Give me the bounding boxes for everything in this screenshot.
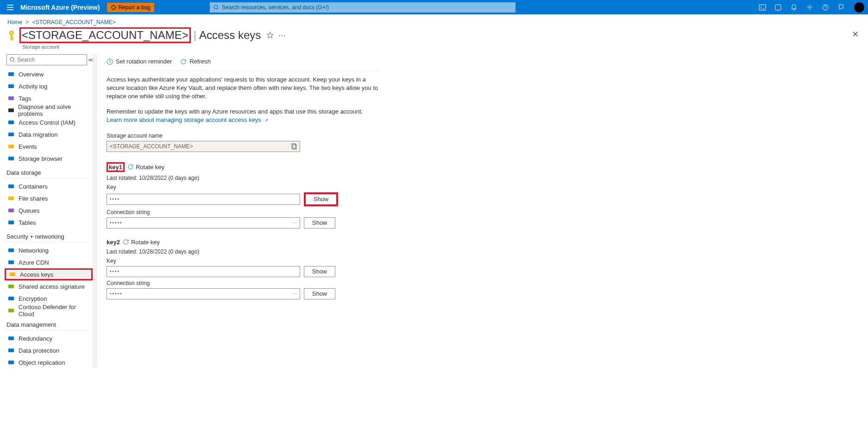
refresh-button[interactable]: Refresh xyxy=(180,58,211,65)
svg-rect-31 xyxy=(8,336,14,340)
svg-rect-10 xyxy=(11,38,14,38)
defender-icon xyxy=(7,307,15,314)
containers-icon xyxy=(7,183,15,190)
svg-rect-28 xyxy=(8,285,14,288)
sidebar-item-label: File shares xyxy=(19,195,48,202)
key2-key-field: •••• xyxy=(107,266,300,277)
set-rotation-reminder-button[interactable]: Set rotation reminder xyxy=(107,58,172,65)
svg-rect-26 xyxy=(8,260,14,264)
svg-rect-23 xyxy=(8,209,14,212)
key2-key-masked: •••• xyxy=(110,269,120,274)
key1-key-show-button[interactable]: Show xyxy=(304,192,338,206)
brand-label[interactable]: Microsoft Azure (Preview) xyxy=(20,4,100,11)
help-icon[interactable] xyxy=(822,4,829,11)
sidebar-item-overview[interactable]: Overview xyxy=(6,68,93,80)
svg-rect-24 xyxy=(8,221,14,224)
global-search[interactable] xyxy=(210,2,516,13)
breadcrumb-home[interactable]: Home xyxy=(7,19,22,25)
global-search-input[interactable] xyxy=(222,4,512,11)
svg-rect-32 xyxy=(8,349,14,352)
sidebar-item-access-keys[interactable]: Access keys xyxy=(5,268,93,280)
page-title: <STORAGE_ACCOUNT_NAME> xyxy=(22,29,189,42)
more-icon[interactable]: ⋯ xyxy=(292,291,297,296)
sidebar-item-access-control-iam-[interactable]: Access Control (IAM) xyxy=(6,116,93,128)
settings-icon[interactable] xyxy=(806,4,813,11)
sidebar-item-activity-log[interactable]: Activity log xyxy=(6,80,93,92)
sidebar-search[interactable] xyxy=(6,54,87,65)
sidebar-item-queues[interactable]: Queues xyxy=(6,204,93,216)
key1-conn-field: ••••• ⋯ xyxy=(107,217,300,228)
sidebar-scrollbar[interactable] xyxy=(93,54,97,368)
sidebar-item-events[interactable]: Events xyxy=(6,140,93,152)
key2-rotate-button[interactable]: Rotate key xyxy=(123,239,160,246)
key2-section: key2 Rotate key Last rotated: 10/28/2022… xyxy=(107,239,868,299)
sidebar-item-file-shares[interactable]: File shares xyxy=(6,192,93,204)
svg-rect-33 xyxy=(8,361,14,364)
sidebar-item-label: Tables xyxy=(19,219,36,226)
sidebar-item-label: Shared access signature xyxy=(19,283,85,290)
key2-conn-show-button[interactable]: Show xyxy=(304,288,335,299)
user-avatar[interactable] xyxy=(854,2,864,13)
hamburger-menu-icon[interactable] xyxy=(4,5,17,10)
sidebar-search-input[interactable] xyxy=(17,57,84,63)
report-bug-button[interactable]: Report a bug xyxy=(107,3,154,12)
sidebar-item-data-migration[interactable]: Data migration xyxy=(6,128,93,140)
key2-conn-label: Connection string xyxy=(107,280,868,286)
svg-point-1 xyxy=(214,5,218,9)
sidebar-item-azure-cdn[interactable]: Azure CDN xyxy=(6,256,93,268)
redundancy-icon xyxy=(7,335,15,342)
sidebar-item-tables[interactable]: Tables xyxy=(6,216,93,228)
sidebar-item-label: Azure CDN xyxy=(19,259,49,266)
sidebar-item-label: Tags xyxy=(19,95,31,102)
title-separator: | xyxy=(194,29,196,42)
rotate-icon xyxy=(127,164,134,170)
sidebar-item-storage-browser[interactable]: Storage browser xyxy=(6,152,93,165)
sidebar-item-label: Data migration xyxy=(19,131,58,138)
directory-icon[interactable] xyxy=(774,4,782,11)
learn-more-link[interactable]: Learn more about managing storage accoun… xyxy=(107,116,268,123)
refresh-icon xyxy=(180,58,187,65)
sidebar-item-label: Data protection xyxy=(19,347,59,354)
svg-rect-16 xyxy=(8,108,14,112)
sidebar-item-redundancy[interactable]: Redundancy xyxy=(6,332,93,344)
sidebar-item-contoso-defender-for-cloud[interactable]: Contoso Defender for Cloud xyxy=(6,304,93,317)
sidebar-item-label: Contoso Defender for Cloud xyxy=(19,304,93,317)
sidebar-item-encryption[interactable]: Encryption xyxy=(6,292,93,304)
rotate-icon xyxy=(123,239,129,245)
sidebar-item-networking[interactable]: Networking xyxy=(6,244,93,256)
section-security: Security + networking xyxy=(6,233,93,240)
storage-account-name-value: <STORAGE_ACCOUNT_NAME> xyxy=(110,143,193,150)
key2-key-show-button[interactable]: Show xyxy=(304,266,335,277)
sidebar-item-tags[interactable]: Tags xyxy=(6,92,93,104)
sidebar-item-shared-access-signature[interactable]: Shared access signature xyxy=(6,280,93,292)
sidebar-item-label: Access Control (IAM) xyxy=(19,119,75,126)
copy-icon[interactable] xyxy=(291,143,297,150)
storage-account-name-field: <STORAGE_ACCOUNT_NAME> xyxy=(107,141,300,152)
favorite-star-icon[interactable] xyxy=(266,32,274,39)
sidebar-item-label: Encryption xyxy=(19,295,47,302)
sidebar-item-containers[interactable]: Containers xyxy=(6,180,93,192)
collapse-sidebar-icon[interactable]: ≪ xyxy=(88,57,94,63)
sidebar-item-label: Networking xyxy=(19,247,49,254)
key1-conn-show-button[interactable]: Show xyxy=(304,217,335,228)
sidebar-item-label: Redundancy xyxy=(19,335,52,342)
svg-rect-27 xyxy=(10,273,15,276)
breadcrumb-current[interactable]: <STORAGE_ACCOUNT_NAME> xyxy=(32,19,116,25)
feedback-icon[interactable] xyxy=(837,4,845,11)
sidebar-item-label: Events xyxy=(19,143,37,150)
events-icon xyxy=(7,143,15,150)
notifications-icon[interactable] xyxy=(790,4,798,11)
close-icon[interactable]: ✕ xyxy=(852,29,859,39)
more-icon[interactable]: ⋯ xyxy=(292,220,297,225)
tables-icon xyxy=(7,219,15,226)
data-migration-icon xyxy=(7,131,15,138)
cloud-shell-icon[interactable] xyxy=(759,4,766,11)
sidebar-item-object-replication[interactable]: Object replication xyxy=(6,356,93,368)
sidebar-item-data-protection[interactable]: Data protection xyxy=(6,344,93,356)
content-pane: Set rotation reminder Refresh Access key… xyxy=(97,54,868,368)
key1-rotate-button[interactable]: Rotate key xyxy=(127,164,164,171)
diagnose-icon xyxy=(7,107,14,114)
page-subtitle: Access keys xyxy=(199,29,261,42)
sidebar-item-diagnose-and-solve-problems[interactable]: Diagnose and solve problems xyxy=(6,104,93,116)
more-actions-icon[interactable]: ⋯ xyxy=(278,31,286,40)
